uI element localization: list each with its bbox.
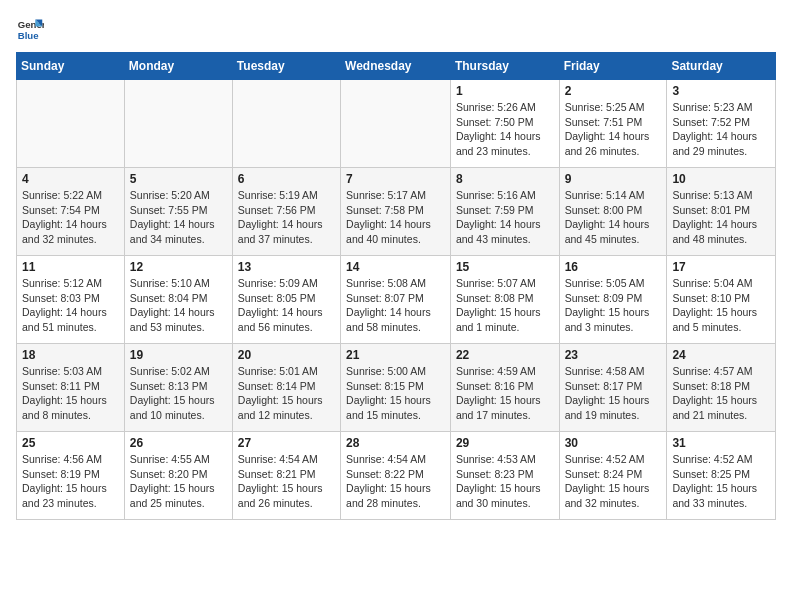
- calendar-day-cell: 11Sunrise: 5:12 AM Sunset: 8:03 PM Dayli…: [17, 256, 125, 344]
- day-info: Sunrise: 4:53 AM Sunset: 8:23 PM Dayligh…: [456, 452, 554, 511]
- calendar-day-cell: 4Sunrise: 5:22 AM Sunset: 7:54 PM Daylig…: [17, 168, 125, 256]
- logo-icon: General Blue: [16, 16, 44, 44]
- day-number: 26: [130, 436, 227, 450]
- calendar-day-cell: 27Sunrise: 4:54 AM Sunset: 8:21 PM Dayli…: [232, 432, 340, 520]
- calendar-day-cell: 25Sunrise: 4:56 AM Sunset: 8:19 PM Dayli…: [17, 432, 125, 520]
- day-info: Sunrise: 5:10 AM Sunset: 8:04 PM Dayligh…: [130, 276, 227, 335]
- day-number: 9: [565, 172, 662, 186]
- day-info: Sunrise: 5:23 AM Sunset: 7:52 PM Dayligh…: [672, 100, 770, 159]
- calendar-day-cell: 2Sunrise: 5:25 AM Sunset: 7:51 PM Daylig…: [559, 80, 667, 168]
- day-number: 14: [346, 260, 445, 274]
- day-number: 11: [22, 260, 119, 274]
- day-number: 24: [672, 348, 770, 362]
- calendar-day-cell: 22Sunrise: 4:59 AM Sunset: 8:16 PM Dayli…: [450, 344, 559, 432]
- day-info: Sunrise: 4:54 AM Sunset: 8:21 PM Dayligh…: [238, 452, 335, 511]
- day-info: Sunrise: 5:04 AM Sunset: 8:10 PM Dayligh…: [672, 276, 770, 335]
- day-number: 10: [672, 172, 770, 186]
- day-number: 15: [456, 260, 554, 274]
- svg-text:Blue: Blue: [18, 30, 39, 41]
- weekday-header: Monday: [124, 53, 232, 80]
- day-info: Sunrise: 5:12 AM Sunset: 8:03 PM Dayligh…: [22, 276, 119, 335]
- calendar-day-cell: 6Sunrise: 5:19 AM Sunset: 7:56 PM Daylig…: [232, 168, 340, 256]
- day-info: Sunrise: 4:57 AM Sunset: 8:18 PM Dayligh…: [672, 364, 770, 423]
- day-number: 25: [22, 436, 119, 450]
- weekday-header: Friday: [559, 53, 667, 80]
- calendar-day-cell: [341, 80, 451, 168]
- day-number: 21: [346, 348, 445, 362]
- calendar-day-cell: [124, 80, 232, 168]
- calendar-day-cell: 21Sunrise: 5:00 AM Sunset: 8:15 PM Dayli…: [341, 344, 451, 432]
- day-info: Sunrise: 4:59 AM Sunset: 8:16 PM Dayligh…: [456, 364, 554, 423]
- calendar-day-cell: 3Sunrise: 5:23 AM Sunset: 7:52 PM Daylig…: [667, 80, 776, 168]
- calendar-day-cell: [17, 80, 125, 168]
- calendar-table: SundayMondayTuesdayWednesdayThursdayFrid…: [16, 52, 776, 520]
- day-number: 31: [672, 436, 770, 450]
- day-number: 23: [565, 348, 662, 362]
- calendar-week-row: 11Sunrise: 5:12 AM Sunset: 8:03 PM Dayli…: [17, 256, 776, 344]
- day-info: Sunrise: 4:54 AM Sunset: 8:22 PM Dayligh…: [346, 452, 445, 511]
- day-info: Sunrise: 5:00 AM Sunset: 8:15 PM Dayligh…: [346, 364, 445, 423]
- day-number: 7: [346, 172, 445, 186]
- calendar-day-cell: 19Sunrise: 5:02 AM Sunset: 8:13 PM Dayli…: [124, 344, 232, 432]
- day-number: 19: [130, 348, 227, 362]
- day-info: Sunrise: 4:52 AM Sunset: 8:24 PM Dayligh…: [565, 452, 662, 511]
- day-info: Sunrise: 5:03 AM Sunset: 8:11 PM Dayligh…: [22, 364, 119, 423]
- day-info: Sunrise: 5:19 AM Sunset: 7:56 PM Dayligh…: [238, 188, 335, 247]
- calendar-day-cell: 13Sunrise: 5:09 AM Sunset: 8:05 PM Dayli…: [232, 256, 340, 344]
- day-info: Sunrise: 5:13 AM Sunset: 8:01 PM Dayligh…: [672, 188, 770, 247]
- day-number: 16: [565, 260, 662, 274]
- day-info: Sunrise: 5:22 AM Sunset: 7:54 PM Dayligh…: [22, 188, 119, 247]
- day-number: 12: [130, 260, 227, 274]
- day-info: Sunrise: 5:02 AM Sunset: 8:13 PM Dayligh…: [130, 364, 227, 423]
- day-info: Sunrise: 4:58 AM Sunset: 8:17 PM Dayligh…: [565, 364, 662, 423]
- calendar-day-cell: 7Sunrise: 5:17 AM Sunset: 7:58 PM Daylig…: [341, 168, 451, 256]
- day-info: Sunrise: 5:26 AM Sunset: 7:50 PM Dayligh…: [456, 100, 554, 159]
- day-info: Sunrise: 5:05 AM Sunset: 8:09 PM Dayligh…: [565, 276, 662, 335]
- day-info: Sunrise: 4:55 AM Sunset: 8:20 PM Dayligh…: [130, 452, 227, 511]
- calendar-day-cell: 29Sunrise: 4:53 AM Sunset: 8:23 PM Dayli…: [450, 432, 559, 520]
- day-number: 5: [130, 172, 227, 186]
- day-number: 2: [565, 84, 662, 98]
- day-info: Sunrise: 5:17 AM Sunset: 7:58 PM Dayligh…: [346, 188, 445, 247]
- day-number: 6: [238, 172, 335, 186]
- calendar-day-cell: 17Sunrise: 5:04 AM Sunset: 8:10 PM Dayli…: [667, 256, 776, 344]
- logo: General Blue: [16, 16, 44, 44]
- day-info: Sunrise: 4:52 AM Sunset: 8:25 PM Dayligh…: [672, 452, 770, 511]
- calendar-day-cell: 24Sunrise: 4:57 AM Sunset: 8:18 PM Dayli…: [667, 344, 776, 432]
- day-info: Sunrise: 5:07 AM Sunset: 8:08 PM Dayligh…: [456, 276, 554, 335]
- calendar-day-cell: [232, 80, 340, 168]
- day-number: 13: [238, 260, 335, 274]
- calendar-day-cell: 14Sunrise: 5:08 AM Sunset: 8:07 PM Dayli…: [341, 256, 451, 344]
- day-number: 18: [22, 348, 119, 362]
- calendar-day-cell: 23Sunrise: 4:58 AM Sunset: 8:17 PM Dayli…: [559, 344, 667, 432]
- day-info: Sunrise: 4:56 AM Sunset: 8:19 PM Dayligh…: [22, 452, 119, 511]
- weekday-header: Thursday: [450, 53, 559, 80]
- day-number: 30: [565, 436, 662, 450]
- day-info: Sunrise: 5:08 AM Sunset: 8:07 PM Dayligh…: [346, 276, 445, 335]
- calendar-day-cell: 20Sunrise: 5:01 AM Sunset: 8:14 PM Dayli…: [232, 344, 340, 432]
- calendar-week-row: 1Sunrise: 5:26 AM Sunset: 7:50 PM Daylig…: [17, 80, 776, 168]
- weekday-header: Tuesday: [232, 53, 340, 80]
- calendar-week-row: 25Sunrise: 4:56 AM Sunset: 8:19 PM Dayli…: [17, 432, 776, 520]
- day-info: Sunrise: 5:20 AM Sunset: 7:55 PM Dayligh…: [130, 188, 227, 247]
- day-info: Sunrise: 5:16 AM Sunset: 7:59 PM Dayligh…: [456, 188, 554, 247]
- day-number: 3: [672, 84, 770, 98]
- calendar-day-cell: 18Sunrise: 5:03 AM Sunset: 8:11 PM Dayli…: [17, 344, 125, 432]
- day-number: 28: [346, 436, 445, 450]
- calendar-day-cell: 15Sunrise: 5:07 AM Sunset: 8:08 PM Dayli…: [450, 256, 559, 344]
- page-header: General Blue: [16, 16, 776, 44]
- weekday-header: Sunday: [17, 53, 125, 80]
- day-info: Sunrise: 5:01 AM Sunset: 8:14 PM Dayligh…: [238, 364, 335, 423]
- day-number: 20: [238, 348, 335, 362]
- calendar-header: SundayMondayTuesdayWednesdayThursdayFrid…: [17, 53, 776, 80]
- calendar-day-cell: 10Sunrise: 5:13 AM Sunset: 8:01 PM Dayli…: [667, 168, 776, 256]
- calendar-week-row: 18Sunrise: 5:03 AM Sunset: 8:11 PM Dayli…: [17, 344, 776, 432]
- calendar-day-cell: 9Sunrise: 5:14 AM Sunset: 8:00 PM Daylig…: [559, 168, 667, 256]
- day-number: 8: [456, 172, 554, 186]
- weekday-header: Saturday: [667, 53, 776, 80]
- day-number: 1: [456, 84, 554, 98]
- day-number: 29: [456, 436, 554, 450]
- calendar-week-row: 4Sunrise: 5:22 AM Sunset: 7:54 PM Daylig…: [17, 168, 776, 256]
- calendar-day-cell: 28Sunrise: 4:54 AM Sunset: 8:22 PM Dayli…: [341, 432, 451, 520]
- day-number: 22: [456, 348, 554, 362]
